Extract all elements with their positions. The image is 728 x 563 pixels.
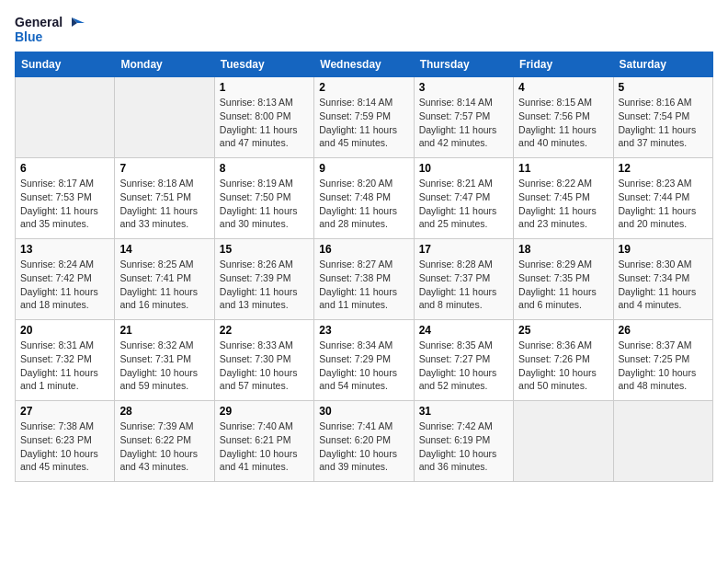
day-number: 11 [518,162,608,175]
daylight-label: Daylight: 11 hours and 1 minute. [20,367,98,392]
sunset-label: Sunset: 6:21 PM [220,434,291,445]
sunset-label: Sunset: 7:34 PM [619,272,690,283]
weekday-header-sunday: Sunday [16,52,115,77]
daylight-label: Daylight: 11 hours and 4 minutes. [619,286,697,311]
sunrise-label: Sunrise: 8:24 AM [20,259,94,270]
day-info: Sunrise: 8:31 AM Sunset: 7:32 PM Dayligh… [20,339,109,393]
sunset-label: Sunset: 7:44 PM [619,191,690,202]
sunset-label: Sunset: 7:45 PM [518,191,590,202]
sunrise-label: Sunrise: 7:40 AM [220,420,293,431]
sunset-label: Sunset: 7:37 PM [419,272,491,283]
calendar-cell: 24 Sunrise: 8:35 AM Sunset: 7:27 PM Dayl… [414,320,513,401]
sunrise-label: Sunrise: 8:19 AM [220,178,293,189]
calendar-cell: 9 Sunrise: 8:20 AM Sunset: 7:48 PM Dayli… [314,158,414,239]
sunrise-label: Sunrise: 8:34 AM [319,339,392,350]
daylight-label: Daylight: 11 hours and 8 minutes. [419,286,497,311]
sunrise-label: Sunrise: 8:14 AM [419,97,493,108]
calendar-cell: 15 Sunrise: 8:26 AM Sunset: 7:39 PM Dayl… [214,239,313,320]
daylight-label: Daylight: 11 hours and 42 minutes. [419,124,497,149]
calendar-cell [115,77,214,158]
calendar-cell [16,77,115,158]
day-number: 24 [419,324,508,337]
sunset-label: Sunset: 7:32 PM [20,353,92,364]
day-number: 27 [20,405,109,418]
weekday-header-tuesday: Tuesday [214,52,313,77]
calendar-cell: 28 Sunrise: 7:39 AM Sunset: 6:22 PM Dayl… [115,401,214,482]
calendar-cell: 14 Sunrise: 8:25 AM Sunset: 7:41 PM Dayl… [115,239,214,320]
calendar-week-row: 20 Sunrise: 8:31 AM Sunset: 7:32 PM Dayl… [16,320,713,401]
day-number: 4 [518,81,608,94]
sunrise-label: Sunrise: 8:33 AM [220,339,293,350]
day-number: 28 [119,405,209,418]
calendar-cell: 31 Sunrise: 7:42 AM Sunset: 6:19 PM Dayl… [414,401,513,482]
sunrise-label: Sunrise: 8:27 AM [319,259,392,270]
sunrise-label: Sunrise: 8:22 AM [518,178,592,189]
calendar-cell: 8 Sunrise: 8:19 AM Sunset: 7:50 PM Dayli… [214,158,313,239]
calendar-cell: 17 Sunrise: 8:28 AM Sunset: 7:37 PM Dayl… [414,239,513,320]
sunset-label: Sunset: 7:51 PM [119,191,191,202]
logo-general: General [15,15,63,29]
sunset-label: Sunset: 7:27 PM [419,353,491,364]
day-number: 3 [419,81,508,94]
sunset-label: Sunset: 7:31 PM [119,353,191,364]
day-number: 15 [220,243,309,256]
calendar-cell: 30 Sunrise: 7:41 AM Sunset: 6:20 PM Dayl… [314,401,414,482]
day-info: Sunrise: 8:27 AM Sunset: 7:38 PM Dayligh… [319,258,408,312]
day-info: Sunrise: 8:24 AM Sunset: 7:42 PM Dayligh… [20,258,109,312]
page-header: General Blue [15,15,713,44]
day-number: 22 [220,324,309,337]
sunset-label: Sunset: 7:54 PM [619,110,690,121]
day-info: Sunrise: 8:20 AM Sunset: 7:48 PM Dayligh… [319,177,408,231]
daylight-label: Daylight: 11 hours and 25 minutes. [419,205,497,230]
sunset-label: Sunset: 6:19 PM [419,434,491,445]
sunset-label: Sunset: 7:35 PM [518,272,590,283]
day-info: Sunrise: 7:41 AM Sunset: 6:20 PM Dayligh… [319,419,408,474]
daylight-label: Daylight: 10 hours and 41 minutes. [220,448,298,473]
sunrise-label: Sunrise: 7:38 AM [20,420,94,431]
sunrise-label: Sunrise: 7:39 AM [119,420,193,431]
sunrise-label: Sunrise: 8:28 AM [419,259,493,270]
weekday-header-wednesday: Wednesday [314,52,414,77]
sunrise-label: Sunrise: 8:16 AM [619,97,692,108]
day-info: Sunrise: 8:29 AM Sunset: 7:35 PM Dayligh… [518,258,608,312]
calendar-week-row: 1 Sunrise: 8:13 AM Sunset: 8:00 PM Dayli… [16,77,713,158]
calendar-header-row: SundayMondayTuesdayWednesdayThursdayFrid… [16,52,713,77]
calendar-cell: 10 Sunrise: 8:21 AM Sunset: 7:47 PM Dayl… [414,158,513,239]
sunset-label: Sunset: 7:41 PM [119,272,191,283]
calendar-week-row: 27 Sunrise: 7:38 AM Sunset: 6:23 PM Dayl… [16,401,713,482]
daylight-label: Daylight: 10 hours and 59 minutes. [119,367,198,392]
daylight-label: Daylight: 11 hours and 33 minutes. [119,205,198,230]
daylight-label: Daylight: 10 hours and 45 minutes. [20,448,98,473]
day-info: Sunrise: 8:14 AM Sunset: 7:57 PM Dayligh… [419,96,508,150]
sunrise-label: Sunrise: 8:15 AM [518,97,592,108]
calendar-cell: 3 Sunrise: 8:14 AM Sunset: 7:57 PM Dayli… [414,77,513,158]
sunset-label: Sunset: 7:59 PM [319,110,391,121]
day-info: Sunrise: 8:22 AM Sunset: 7:45 PM Dayligh… [518,177,608,231]
sunset-label: Sunset: 7:30 PM [220,353,291,364]
logo-bird-icon [64,16,85,36]
weekday-header-monday: Monday [115,52,214,77]
day-info: Sunrise: 8:33 AM Sunset: 7:30 PM Dayligh… [220,339,309,393]
sunrise-label: Sunrise: 8:18 AM [119,178,193,189]
sunset-label: Sunset: 7:29 PM [319,353,391,364]
sunset-label: Sunset: 8:00 PM [220,110,291,121]
calendar-cell: 26 Sunrise: 8:37 AM Sunset: 7:25 PM Dayl… [613,320,712,401]
calendar-cell: 21 Sunrise: 8:32 AM Sunset: 7:31 PM Dayl… [115,320,214,401]
sunrise-label: Sunrise: 8:29 AM [518,259,592,270]
sunrise-label: Sunrise: 8:35 AM [419,339,493,350]
calendar-week-row: 13 Sunrise: 8:24 AM Sunset: 7:42 PM Dayl… [16,239,713,320]
daylight-label: Daylight: 11 hours and 11 minutes. [319,286,397,311]
sunrise-label: Sunrise: 7:42 AM [419,420,493,431]
calendar-cell: 23 Sunrise: 8:34 AM Sunset: 7:29 PM Dayl… [314,320,414,401]
sunrise-label: Sunrise: 8:26 AM [220,259,293,270]
day-number: 12 [619,162,708,175]
sunset-label: Sunset: 7:53 PM [20,191,92,202]
day-info: Sunrise: 8:30 AM Sunset: 7:34 PM Dayligh… [619,258,708,312]
daylight-label: Daylight: 11 hours and 47 minutes. [220,124,298,149]
day-info: Sunrise: 8:15 AM Sunset: 7:56 PM Dayligh… [518,96,608,150]
sunrise-label: Sunrise: 8:17 AM [20,178,94,189]
calendar-cell: 13 Sunrise: 8:24 AM Sunset: 7:42 PM Dayl… [16,239,115,320]
sunrise-label: Sunrise: 8:36 AM [518,339,592,350]
sunset-label: Sunset: 7:50 PM [220,191,291,202]
sunrise-label: Sunrise: 8:21 AM [419,178,493,189]
